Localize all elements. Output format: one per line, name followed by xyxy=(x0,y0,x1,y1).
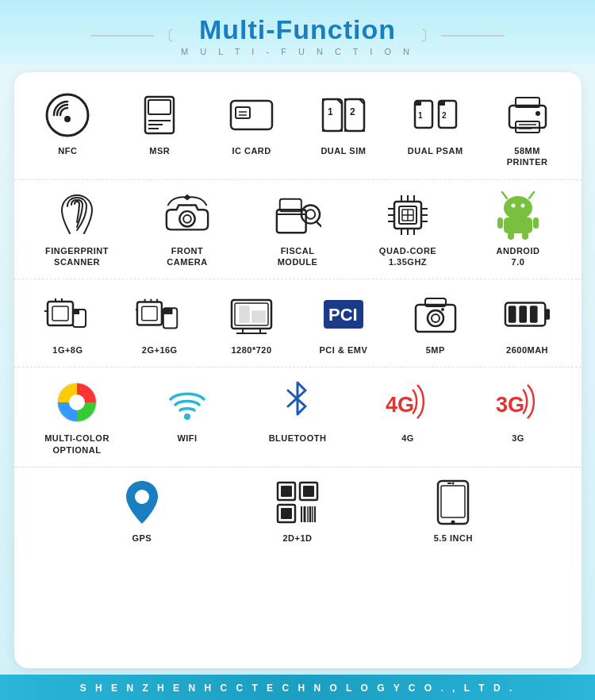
svg-point-123 xyxy=(451,521,455,525)
dual-psam-label: DUAL PSAM xyxy=(408,145,463,156)
nfc-label: NFC xyxy=(58,145,77,156)
quad-core-label: QUAD-CORE1.35GHZ xyxy=(379,245,436,268)
svg-rect-101 xyxy=(519,306,527,323)
feature-msr: MSR xyxy=(124,91,195,156)
5mp-icon xyxy=(412,290,459,338)
feature-dual-sim: 1 2 DUAL SIM xyxy=(308,91,379,156)
svg-rect-77 xyxy=(142,307,157,321)
svg-point-95 xyxy=(428,310,443,326)
svg-rect-122 xyxy=(441,486,465,517)
svg-rect-102 xyxy=(529,306,537,323)
svg-rect-93 xyxy=(416,305,455,332)
dual-psam-icon: 1 2 xyxy=(412,91,459,139)
2g16g-label: 2G+16G xyxy=(142,344,178,356)
svg-text:1: 1 xyxy=(418,111,423,120)
main-card: NFC MSR xyxy=(14,72,582,668)
footer-text: S H E N Z H E N H C C T E C H N O L O G … xyxy=(0,683,595,694)
svg-rect-90 xyxy=(252,311,265,322)
feature-pci-emv: PCI PCI & EMV xyxy=(308,290,379,356)
feature-wifi: WIFI xyxy=(152,379,223,444)
page-subtitle: M U L T I - F U N C T I O N xyxy=(181,47,414,56)
feature-battery: 2600MAH xyxy=(492,290,563,356)
feature-3g: 3G 3G xyxy=(482,379,554,444)
svg-rect-100 xyxy=(508,306,516,323)
page-wrapper: 〔 Multi-Function M U L T I - F U N C T I… xyxy=(0,0,595,700)
4g-icon: 4G xyxy=(384,379,432,426)
fingerprint-icon xyxy=(53,191,101,239)
printer-icon xyxy=(504,91,551,139)
dual-sim-label: DUAL SIM xyxy=(321,145,366,156)
feature-4g: 4G 4G xyxy=(372,379,443,444)
svg-line-61 xyxy=(529,192,534,198)
svg-point-97 xyxy=(441,308,444,311)
resolution-label: 1280*720 xyxy=(232,344,272,356)
feature-2g16g: 2G+16G xyxy=(124,290,195,356)
svg-point-31 xyxy=(183,215,191,223)
svg-line-60 xyxy=(502,192,507,198)
wifi-label: WIFI xyxy=(177,433,197,444)
svg-point-27 xyxy=(536,111,540,116)
wifi-icon xyxy=(163,379,211,426)
2g16g-icon xyxy=(136,290,183,338)
svg-text:1: 1 xyxy=(328,106,333,117)
front-camera-icon xyxy=(163,191,211,239)
gps-icon xyxy=(118,479,166,526)
svg-rect-19 xyxy=(415,101,421,106)
nfc-icon xyxy=(44,91,91,139)
svg-point-105 xyxy=(184,413,190,420)
header: 〔 Multi-Function M U L T I - F U N C T I… xyxy=(0,0,595,64)
multicolor-label: MULTI-COLOROPTIONAL xyxy=(44,433,109,456)
page-title: Multi-Function xyxy=(199,14,396,45)
feature-gps: GPS xyxy=(106,479,178,544)
3g-label: 3G xyxy=(512,433,524,444)
feature-screen: 5.5 INCH xyxy=(417,479,489,544)
feature-fingerprint: FINGERPRINTSCANNER xyxy=(41,191,113,268)
svg-rect-110 xyxy=(281,486,292,497)
resolution-icon xyxy=(228,290,275,338)
svg-marker-83 xyxy=(163,308,173,314)
svg-rect-69 xyxy=(48,302,73,325)
svg-rect-9 xyxy=(236,107,250,118)
svg-line-37 xyxy=(317,221,321,226)
svg-rect-76 xyxy=(137,302,162,325)
feature-row-2: FINGERPRINTSCANNER FRONTCAMERA xyxy=(14,180,582,280)
svg-point-63 xyxy=(521,203,525,207)
svg-rect-68 xyxy=(522,232,528,240)
svg-rect-8 xyxy=(231,101,272,129)
2d1d-icon xyxy=(274,479,321,526)
feature-resolution: 1280*720 xyxy=(216,290,287,356)
svg-text:PCI: PCI xyxy=(328,305,358,325)
3g-icon: 3G xyxy=(494,379,542,426)
svg-point-125 xyxy=(452,483,455,485)
footer: S H E N Z H E N H C C T E C H N O L O G … xyxy=(0,675,595,700)
1g8g-label: 1G+8G xyxy=(52,344,83,356)
svg-rect-112 xyxy=(303,486,314,497)
feature-row-3: 1G+8G 2G+16G xyxy=(14,279,582,367)
2d1d-label: 2D+1D xyxy=(282,533,312,544)
svg-point-108 xyxy=(135,490,149,504)
svg-text:2: 2 xyxy=(350,106,355,117)
battery-icon xyxy=(504,290,551,338)
fiscal-icon xyxy=(274,191,321,239)
feature-row-1: NFC MSR xyxy=(14,80,582,180)
fingerprint-label: FINGERPRINTSCANNER xyxy=(45,245,109,268)
feature-dual-psam: 1 2 DUAL PSAM xyxy=(400,91,471,156)
1g8g-icon xyxy=(44,290,91,338)
dual-sim-icon: 1 2 xyxy=(320,91,367,139)
gps-label: GPS xyxy=(132,533,152,544)
android-label: ANDROID7.0 xyxy=(497,245,540,268)
printer-label: 58MMPRINTER xyxy=(507,145,548,168)
msr-icon xyxy=(136,91,183,139)
svg-rect-114 xyxy=(281,508,292,519)
feature-printer: 58MMPRINTER xyxy=(492,91,563,168)
svg-rect-67 xyxy=(508,232,514,240)
feature-bluetooth: BLUETOOTH xyxy=(262,379,333,444)
svg-rect-22 xyxy=(439,101,445,106)
screen-label: 5.5 INCH xyxy=(434,533,473,544)
svg-point-104 xyxy=(69,394,85,410)
feature-row-5: GPS xyxy=(14,467,582,555)
svg-point-38 xyxy=(306,210,316,219)
fiscal-label: FISCALMODULE xyxy=(278,245,318,268)
bluetooth-label: BLUETOOTH xyxy=(269,433,327,444)
feature-5mp: 5MP xyxy=(400,290,471,356)
